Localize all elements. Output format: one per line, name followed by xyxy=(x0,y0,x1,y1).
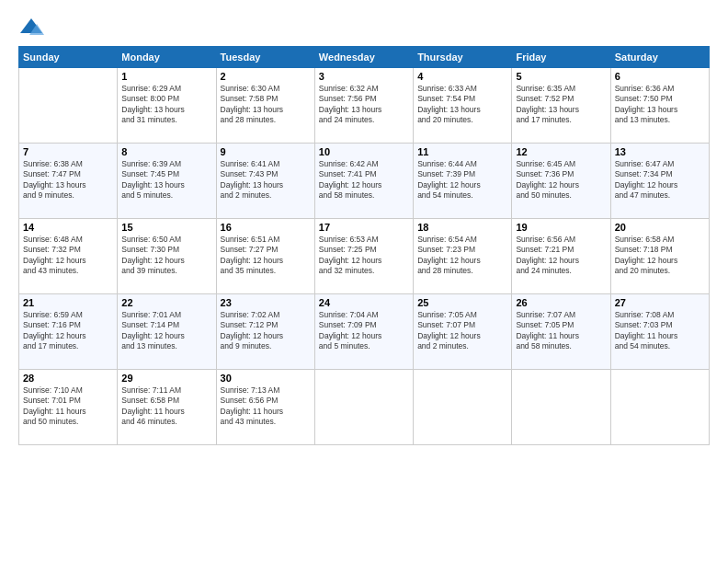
day-number: 19 xyxy=(516,222,606,233)
calendar-cell: 14Sunrise: 6:48 AMSunset: 7:32 PMDayligh… xyxy=(19,219,118,294)
day-info: Sunrise: 6:38 AMSunset: 7:47 PMDaylight:… xyxy=(23,159,113,201)
day-number: 1 xyxy=(121,71,211,82)
day-info: Sunrise: 6:32 AMSunset: 7:56 PMDaylight:… xyxy=(319,84,409,126)
calendar-cell: 30Sunrise: 7:13 AMSunset: 6:56 PMDayligh… xyxy=(216,370,314,445)
calendar-cell: 22Sunrise: 7:01 AMSunset: 7:14 PMDayligh… xyxy=(118,294,216,370)
day-info: Sunrise: 7:08 AMSunset: 7:03 PMDaylight:… xyxy=(615,310,705,352)
day-info: Sunrise: 6:54 AMSunset: 7:23 PMDaylight:… xyxy=(417,235,507,277)
weekday-thursday: Thursday xyxy=(414,47,512,68)
calendar-cell: 24Sunrise: 7:04 AMSunset: 7:09 PMDayligh… xyxy=(314,294,413,370)
day-info: Sunrise: 6:47 AMSunset: 7:34 PMDaylight:… xyxy=(615,159,705,201)
day-info: Sunrise: 7:11 AMSunset: 6:58 PMDaylight:… xyxy=(121,385,211,428)
day-info: Sunrise: 6:58 AMSunset: 7:18 PMDaylight:… xyxy=(615,235,705,277)
weekday-sunday: Sunday xyxy=(19,47,118,68)
calendar-cell: 28Sunrise: 7:10 AMSunset: 7:01 PMDayligh… xyxy=(19,370,118,445)
day-info: Sunrise: 6:42 AMSunset: 7:41 PMDaylight:… xyxy=(319,159,409,201)
day-info: Sunrise: 7:13 AMSunset: 6:56 PMDaylight:… xyxy=(221,385,311,428)
day-number: 8 xyxy=(121,146,211,157)
day-number: 16 xyxy=(221,222,311,233)
day-info: Sunrise: 7:01 AMSunset: 7:14 PMDaylight:… xyxy=(121,310,211,352)
weekday-saturday: Saturday xyxy=(610,47,709,68)
calendar-cell: 20Sunrise: 6:58 AMSunset: 7:18 PMDayligh… xyxy=(610,219,709,294)
week-row-3: 21Sunrise: 6:59 AMSunset: 7:16 PMDayligh… xyxy=(19,294,710,370)
day-number: 6 xyxy=(615,71,705,82)
weekday-wednesday: Wednesday xyxy=(314,47,413,68)
calendar-cell: 25Sunrise: 7:05 AMSunset: 7:07 PMDayligh… xyxy=(414,294,512,370)
day-number: 14 xyxy=(23,222,113,233)
day-info: Sunrise: 6:30 AMSunset: 7:58 PMDaylight:… xyxy=(221,84,311,126)
day-number: 21 xyxy=(23,297,113,308)
day-info: Sunrise: 6:41 AMSunset: 7:43 PMDaylight:… xyxy=(221,159,311,201)
calendar-cell: 16Sunrise: 6:51 AMSunset: 7:27 PMDayligh… xyxy=(216,219,314,294)
calendar-cell: 29Sunrise: 7:11 AMSunset: 6:58 PMDayligh… xyxy=(118,370,216,445)
calendar-cell: 8Sunrise: 6:39 AMSunset: 7:45 PMDaylight… xyxy=(118,144,216,219)
calendar-cell: 10Sunrise: 6:42 AMSunset: 7:41 PMDayligh… xyxy=(314,144,413,219)
day-number: 25 xyxy=(417,297,507,308)
calendar-cell xyxy=(414,370,512,445)
day-number: 5 xyxy=(516,71,606,82)
calendar-cell: 7Sunrise: 6:38 AMSunset: 7:47 PMDaylight… xyxy=(19,144,118,219)
day-info: Sunrise: 6:33 AMSunset: 7:54 PMDaylight:… xyxy=(417,84,507,126)
day-number: 17 xyxy=(319,222,409,233)
day-info: Sunrise: 6:48 AMSunset: 7:32 PMDaylight:… xyxy=(23,235,113,277)
calendar-cell: 19Sunrise: 6:56 AMSunset: 7:21 PMDayligh… xyxy=(512,219,610,294)
week-row-2: 14Sunrise: 6:48 AMSunset: 7:32 PMDayligh… xyxy=(19,219,710,294)
day-number: 20 xyxy=(615,222,705,233)
weekday-header-row: SundayMondayTuesdayWednesdayThursdayFrid… xyxy=(19,47,710,68)
day-number: 15 xyxy=(121,222,211,233)
calendar-table: SundayMondayTuesdayWednesdayThursdayFrid… xyxy=(18,46,710,445)
day-info: Sunrise: 6:53 AMSunset: 7:25 PMDaylight:… xyxy=(319,235,409,277)
day-info: Sunrise: 7:04 AMSunset: 7:09 PMDaylight:… xyxy=(319,310,409,352)
day-number: 13 xyxy=(615,146,705,157)
day-number: 3 xyxy=(319,71,409,82)
week-row-0: 1Sunrise: 6:29 AMSunset: 8:00 PMDaylight… xyxy=(19,68,710,144)
day-number: 18 xyxy=(417,222,507,233)
calendar-cell: 11Sunrise: 6:44 AMSunset: 7:39 PMDayligh… xyxy=(414,144,512,219)
calendar-cell: 18Sunrise: 6:54 AMSunset: 7:23 PMDayligh… xyxy=(414,219,512,294)
calendar-cell: 2Sunrise: 6:30 AMSunset: 7:58 PMDaylight… xyxy=(216,68,314,144)
calendar-cell xyxy=(314,370,413,445)
day-number: 27 xyxy=(615,297,705,308)
day-number: 9 xyxy=(221,146,311,157)
calendar-cell: 15Sunrise: 6:50 AMSunset: 7:30 PMDayligh… xyxy=(118,219,216,294)
calendar-cell xyxy=(610,370,709,445)
day-info: Sunrise: 7:02 AMSunset: 7:12 PMDaylight:… xyxy=(221,310,311,352)
day-number: 10 xyxy=(319,146,409,157)
calendar-cell xyxy=(512,370,610,445)
day-number: 12 xyxy=(516,146,606,157)
day-info: Sunrise: 6:56 AMSunset: 7:21 PMDaylight:… xyxy=(516,235,606,277)
calendar-cell: 4Sunrise: 6:33 AMSunset: 7:54 PMDaylight… xyxy=(414,68,512,144)
week-row-1: 7Sunrise: 6:38 AMSunset: 7:47 PMDaylight… xyxy=(19,144,710,219)
weekday-friday: Friday xyxy=(512,47,610,68)
day-info: Sunrise: 6:39 AMSunset: 7:45 PMDaylight:… xyxy=(121,159,211,201)
day-number: 26 xyxy=(516,297,606,308)
day-info: Sunrise: 6:51 AMSunset: 7:27 PMDaylight:… xyxy=(221,235,311,277)
day-info: Sunrise: 6:36 AMSunset: 7:50 PMDaylight:… xyxy=(615,84,705,126)
day-info: Sunrise: 7:05 AMSunset: 7:07 PMDaylight:… xyxy=(417,310,507,352)
day-number: 24 xyxy=(319,297,409,308)
day-info: Sunrise: 6:59 AMSunset: 7:16 PMDaylight:… xyxy=(23,310,113,352)
day-info: Sunrise: 6:45 AMSunset: 7:36 PMDaylight:… xyxy=(516,159,606,201)
day-number: 23 xyxy=(221,297,311,308)
day-info: Sunrise: 6:50 AMSunset: 7:30 PMDaylight:… xyxy=(121,235,211,277)
calendar-cell: 9Sunrise: 6:41 AMSunset: 7:43 PMDaylight… xyxy=(216,144,314,219)
page: SundayMondayTuesdayWednesdayThursdayFrid… xyxy=(0,0,728,563)
calendar-cell: 6Sunrise: 6:36 AMSunset: 7:50 PMDaylight… xyxy=(610,68,709,144)
day-number: 4 xyxy=(417,71,507,82)
day-number: 11 xyxy=(417,146,507,157)
day-info: Sunrise: 6:44 AMSunset: 7:39 PMDaylight:… xyxy=(417,159,507,201)
calendar-cell: 1Sunrise: 6:29 AMSunset: 8:00 PMDaylight… xyxy=(118,68,216,144)
calendar-cell: 12Sunrise: 6:45 AMSunset: 7:36 PMDayligh… xyxy=(512,144,610,219)
day-info: Sunrise: 7:07 AMSunset: 7:05 PMDaylight:… xyxy=(516,310,606,352)
day-number: 30 xyxy=(221,373,311,384)
week-row-4: 28Sunrise: 7:10 AMSunset: 7:01 PMDayligh… xyxy=(19,370,710,445)
day-number: 2 xyxy=(221,71,311,82)
calendar-cell: 21Sunrise: 6:59 AMSunset: 7:16 PMDayligh… xyxy=(19,294,118,370)
day-info: Sunrise: 6:35 AMSunset: 7:52 PMDaylight:… xyxy=(516,84,606,126)
calendar-cell: 5Sunrise: 6:35 AMSunset: 7:52 PMDaylight… xyxy=(512,68,610,144)
calendar-cell: 3Sunrise: 6:32 AMSunset: 7:56 PMDaylight… xyxy=(314,68,413,144)
calendar-cell: 23Sunrise: 7:02 AMSunset: 7:12 PMDayligh… xyxy=(216,294,314,370)
logo-icon xyxy=(18,17,44,37)
weekday-tuesday: Tuesday xyxy=(216,47,314,68)
day-info: Sunrise: 7:10 AMSunset: 7:01 PMDaylight:… xyxy=(23,385,113,428)
